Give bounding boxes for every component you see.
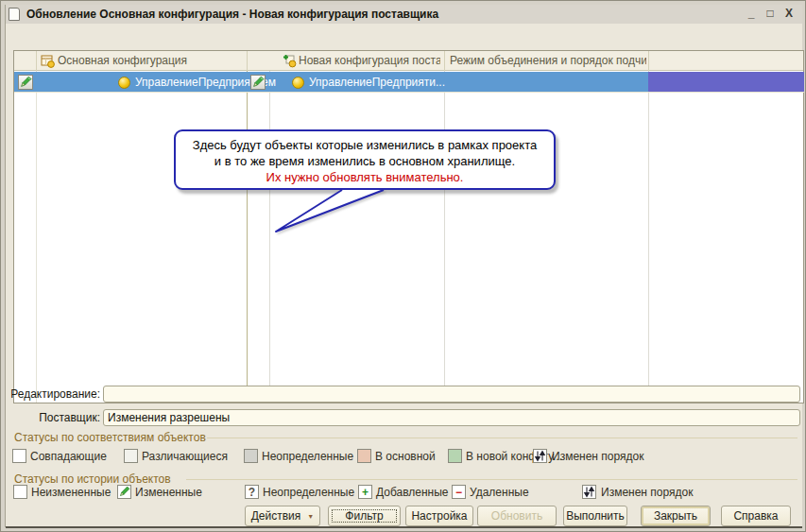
legend-label: Добавленные: [376, 486, 449, 499]
button-label: Обновить: [491, 509, 542, 523]
table-row-selected-overflow[interactable]: [648, 72, 804, 93]
callout-tail: [268, 189, 391, 234]
swatch-in-main-icon: [357, 449, 371, 463]
question-icon: ?: [245, 485, 259, 499]
execute-button[interactable]: Выполнить: [563, 506, 627, 526]
pencil-icon: [117, 485, 131, 499]
new-config-cell[interactable]: УправлениеПредприяти...: [309, 76, 445, 89]
legend-label: Неопределенные: [262, 450, 353, 463]
close-dialog-button[interactable]: Закрыть: [641, 506, 711, 526]
legend-label: Удаленные: [470, 486, 529, 499]
editing-field[interactable]: [103, 386, 800, 403]
plus-icon: +: [358, 485, 372, 499]
vendor-label: Поставщик:: [9, 411, 100, 424]
callout-line-1: Здесь будут объекты которые изменились в…: [176, 137, 554, 153]
legend-label: Изменен порядок: [601, 486, 693, 499]
pencil-icon: [18, 75, 33, 90]
window-title: Обновление Основная конфигурация - Новая…: [26, 8, 438, 21]
group-line: [186, 479, 797, 480]
swatch-in-new-icon: [448, 449, 462, 463]
button-label: Действия: [251, 509, 301, 523]
actions-button[interactable]: Действия ▼: [245, 506, 320, 526]
column-header-merge-mode[interactable]: Режим объединения и порядок подчин...: [450, 54, 646, 67]
updown-arrows-icon: [582, 485, 596, 499]
sphere-icon: [118, 77, 130, 89]
button-label: Настройка: [411, 509, 467, 523]
editing-label: Редактирование:: [9, 387, 100, 401]
grid-line: [36, 71, 37, 403]
update-button: Обновить: [477, 506, 557, 526]
window-bottom-edge: [6, 526, 802, 528]
empty-checkbox-icon: [13, 485, 27, 499]
legend-matching-title: Статусы по соответствиям объектов: [14, 431, 206, 444]
update-configuration-window: Обновление Основная конфигурация - Новая…: [0, 0, 806, 532]
client-area: Основная конфигурация Новая конфигурация…: [6, 24, 802, 526]
new-config-icon: [283, 54, 297, 72]
minimize-button[interactable]: _: [744, 7, 759, 22]
titlebar: Обновление Основная конфигурация - Новая…: [6, 5, 802, 24]
grid-line: [247, 71, 248, 403]
legend-label: Неизмененные: [31, 486, 111, 499]
document-icon: [9, 8, 20, 21]
legend-label: Изменен порядок: [552, 450, 643, 463]
pencil-icon: [250, 75, 266, 90]
header-separator: [648, 51, 649, 71]
swatch-matching-icon: [12, 449, 26, 463]
focus-ring: [332, 509, 397, 523]
header-separator: [444, 51, 445, 71]
callout-bubble: Здесь будут объекты которые изменились в…: [174, 129, 556, 190]
filter-button[interactable]: Фильтр: [328, 506, 401, 526]
legend-label: Измененные: [135, 486, 202, 499]
column-header-main-config[interactable]: Основная конфигурация: [58, 54, 187, 67]
help-button[interactable]: Справка: [721, 506, 791, 526]
close-button[interactable]: X: [781, 7, 797, 22]
grid-line: [648, 71, 649, 403]
minus-icon: −: [452, 485, 466, 499]
header-separator: [36, 51, 37, 71]
maximize-button[interactable]: □: [763, 7, 778, 22]
swatch-undefined-icon: [244, 449, 258, 463]
legend-label: В основной: [375, 450, 436, 463]
button-label: Закрыть: [654, 509, 697, 523]
legend-label: Совпадающие: [30, 450, 107, 463]
main-config-icon: [41, 54, 55, 72]
grid-line: [444, 71, 445, 403]
column-header-new-config[interactable]: Новая конфигурация постав...: [299, 54, 440, 67]
grid-line: [269, 71, 270, 403]
comparison-table[interactable]: Основная конфигурация Новая конфигурация…: [13, 50, 804, 403]
table-row-selected[interactable]: УправлениеПредприятием УправлениеПредпри…: [14, 72, 648, 93]
button-label: Выполнить: [566, 509, 625, 523]
legend-label: В новой конфигу...: [466, 450, 562, 463]
sphere-icon: [292, 77, 304, 89]
group-line: [207, 438, 797, 438]
header-separator: [247, 51, 248, 71]
legend-label: Неопределенные: [263, 486, 354, 499]
legend-label: Различающиеся: [142, 450, 228, 463]
dropdown-arrow-icon: ▼: [307, 513, 314, 520]
table-header: Основная конфигурация Новая конфигурация…: [14, 51, 803, 71]
swatch-differing-icon: [124, 449, 138, 463]
vendor-field[interactable]: Изменения разрешены: [103, 409, 800, 426]
updown-arrows-icon: [533, 449, 547, 463]
callout-warning-line: Их нужно обновлять внимательно.: [176, 169, 554, 185]
window-controls: _ □ X: [744, 5, 797, 24]
callout-line-2: и в то же время изменились в основном хр…: [176, 153, 554, 169]
button-label: Справка: [733, 509, 778, 523]
legend-history-title: Статусы по истории объектов: [14, 472, 171, 486]
settings-button[interactable]: Настройка: [405, 506, 473, 526]
